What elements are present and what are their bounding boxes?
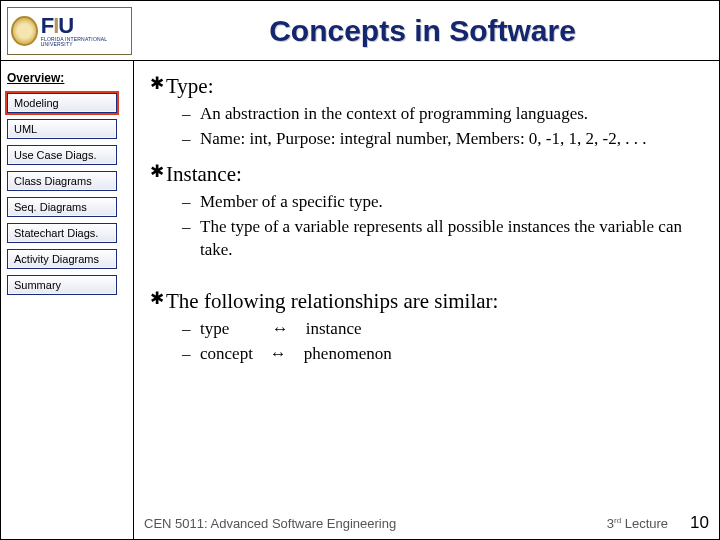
footer-lecture: 3rd Lecture [607, 516, 668, 531]
sidebar-item-uml[interactable]: UML [7, 119, 117, 139]
sidebar-item-summary[interactable]: Summary [7, 275, 117, 295]
sublist-type: – An abstraction in the context of progr… [182, 103, 709, 151]
sidebar-item-activity[interactable]: Activity Diagrams [7, 249, 117, 269]
seal-icon [11, 16, 38, 46]
logo-subtitle: FLORIDA INTERNATIONAL UNIVERSITY [41, 37, 128, 47]
slide: FIU FLORIDA INTERNATIONAL UNIVERSITY Con… [0, 0, 720, 540]
footer-course: CEN 5011: Advanced Software Engineering [144, 516, 396, 531]
bidir-arrow-icon: ↔ [272, 319, 289, 338]
bidir-arrow-icon: ↔ [270, 344, 287, 363]
slide-body: Overview: Modeling UML Use Case Diags. C… [1, 61, 719, 539]
sidebar-item-seq[interactable]: Seq. Diagrams [7, 197, 117, 217]
content-area: ✱ Type: – An abstraction in the context … [134, 61, 719, 539]
footer-pageno: 10 [690, 513, 709, 533]
bullet-icon: ✱ [148, 73, 166, 95]
list-item: – type ↔ instance [182, 318, 709, 341]
bullet-icon: ✱ [148, 288, 166, 310]
sidebar: Overview: Modeling UML Use Case Diags. C… [1, 61, 134, 539]
sublist-instance: – Member of a specific type. – The type … [182, 191, 709, 262]
bullet-icon: ✱ [148, 161, 166, 183]
title-bar: FIU FLORIDA INTERNATIONAL UNIVERSITY Con… [1, 1, 719, 61]
logo-initials: FIU [41, 15, 128, 37]
list-item: – The type of a variable represents all … [182, 216, 709, 262]
page-title: Concepts in Software [132, 14, 713, 48]
footer: CEN 5011: Advanced Software Engineering … [144, 513, 709, 533]
bullet-relationships: ✱ The following relationships are simila… [148, 288, 709, 314]
list-item: – concept ↔ phenomenon [182, 343, 709, 366]
bullet-type: ✱ Type: [148, 73, 709, 99]
sidebar-item-modeling[interactable]: Modeling [7, 93, 117, 113]
bullet-instance: ✱ Instance: [148, 161, 709, 187]
sidebar-item-usecase[interactable]: Use Case Diags. [7, 145, 117, 165]
list-item: – Name: int, Purpose: integral number, M… [182, 128, 709, 151]
sublist-relationships: – type ↔ instance – concept ↔ phenomenon [182, 318, 709, 366]
university-logo: FIU FLORIDA INTERNATIONAL UNIVERSITY [7, 7, 132, 55]
sidebar-item-statechart[interactable]: Statechart Diags. [7, 223, 117, 243]
list-item: – An abstraction in the context of progr… [182, 103, 709, 126]
sidebar-item-class[interactable]: Class Diagrams [7, 171, 117, 191]
list-item: – Member of a specific type. [182, 191, 709, 214]
sidebar-heading: Overview: [7, 71, 127, 85]
